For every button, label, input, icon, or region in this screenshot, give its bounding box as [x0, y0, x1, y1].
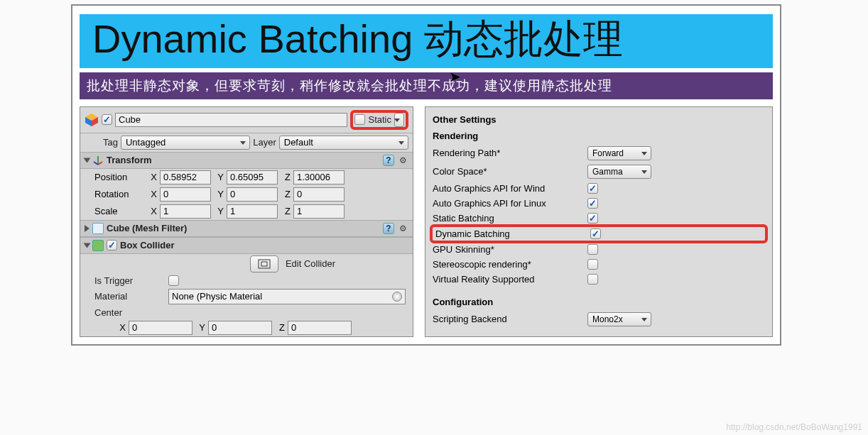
scale-z-input[interactable] [293, 204, 345, 219]
svg-rect-7 [261, 262, 267, 266]
transform-title: Transform [107, 155, 152, 165]
stereoscopic-label: Stereoscopic rendering* [433, 259, 582, 270]
title-banner: Dynamic Batching 动态批处理 [80, 14, 773, 68]
watermark-text: http://blog.csdn.net/BoBoWang1991 [726, 422, 862, 432]
vr-supported-checkbox[interactable] [587, 274, 598, 285]
transform-axis-icon [92, 155, 104, 166]
auto-graphics-windows-label: Auto Graphics API for Wind [433, 183, 582, 194]
position-label: Position [94, 172, 144, 182]
auto-graphics-linux-label: Auto Graphics API for Linux [433, 198, 582, 209]
auto-graphics-windows-checkbox[interactable] [587, 183, 598, 194]
configuration-heading: Configuration [433, 294, 765, 310]
rotation-y-input[interactable] [227, 187, 278, 202]
scale-y-input[interactable] [227, 204, 278, 219]
center-x-input[interactable] [129, 321, 192, 335]
dynamic-batching-highlight: Dynamic Batching [430, 224, 768, 243]
rendering-heading: Rendering [433, 128, 765, 144]
svg-rect-6 [259, 260, 270, 268]
rotation-label: Rotation [94, 189, 144, 199]
transform-foldout[interactable] [84, 158, 91, 163]
rendering-path-label: Rendering Path* [433, 148, 582, 158]
static-checkbox[interactable] [354, 114, 365, 125]
vr-supported-label: Virtual Reality Supported [433, 274, 582, 285]
center-y-input[interactable] [208, 321, 272, 335]
player-settings-panel: Other Settings Rendering Rendering Path*… [425, 106, 773, 337]
box-collider-icon [92, 240, 104, 251]
position-x-input[interactable] [160, 170, 211, 185]
is-trigger-label: Is Trigger [94, 275, 166, 286]
gpu-skinning-checkbox[interactable] [587, 244, 598, 255]
scale-x-input[interactable] [160, 204, 211, 219]
tag-dropdown[interactable]: Untagged [121, 136, 250, 150]
color-space-label: Color Space* [433, 166, 582, 177]
layer-label: Layer [253, 137, 276, 148]
auto-graphics-linux-checkbox[interactable] [587, 198, 598, 209]
edit-collider-label: Edit Collider [286, 258, 335, 269]
position-y-input[interactable] [227, 170, 278, 185]
dynamic-batching-checkbox[interactable] [590, 228, 601, 239]
mesh-filter-foldout[interactable] [85, 225, 89, 232]
position-z-input[interactable] [293, 170, 345, 185]
gear-icon[interactable]: ⚙ [397, 155, 408, 166]
static-dropdown[interactable] [394, 113, 404, 127]
scripting-backend-dropdown[interactable]: Mono2x [587, 312, 651, 326]
help-icon[interactable]: ? [383, 223, 394, 234]
center-label: Center [94, 307, 144, 318]
rotation-x-input[interactable] [160, 187, 211, 202]
mesh-filter-icon [92, 223, 104, 234]
other-settings-heading: Other Settings [433, 111, 765, 128]
physic-material-field[interactable]: None (Physic Material [168, 289, 406, 304]
is-trigger-checkbox[interactable] [168, 275, 179, 286]
material-label: Material [94, 291, 166, 302]
dynamic-batching-label: Dynamic Batching [435, 228, 585, 239]
box-collider-enabled-checkbox[interactable] [107, 240, 117, 250]
static-highlight: Static [350, 110, 408, 130]
box-collider-foldout[interactable] [84, 243, 91, 248]
rendering-path-dropdown[interactable]: Forward [587, 146, 651, 160]
box-collider-title: Box Collider [120, 240, 175, 250]
static-batching-checkbox[interactable] [587, 213, 598, 224]
gpu-skinning-label: GPU Skinning* [433, 244, 582, 255]
gameobject-active-checkbox[interactable] [102, 114, 112, 125]
gear-icon[interactable]: ⚙ [397, 223, 408, 234]
inspector-panel: Static Tag Untagged Layer Default Transf… [80, 106, 413, 337]
mesh-filter-title: Cube (Mesh Filter) [107, 223, 187, 233]
rotation-z-input[interactable] [293, 187, 345, 202]
layer-dropdown[interactable]: Default [279, 136, 408, 150]
tag-label: Tag [103, 137, 118, 148]
color-space-dropdown[interactable]: Gamma [587, 165, 651, 179]
static-label: Static [368, 114, 391, 125]
gameobject-cube-icon [85, 113, 99, 127]
static-batching-label: Static Batching [433, 213, 582, 224]
object-picker-icon[interactable] [392, 292, 402, 302]
edit-collider-icon [258, 259, 271, 269]
stereoscopic-checkbox[interactable] [587, 259, 598, 270]
help-icon[interactable]: ? [383, 155, 394, 166]
gameobject-name-input[interactable] [115, 113, 347, 127]
subtitle-banner: 批处理非静态对象，但要求苛刻，稍作修改就会批处理不成功，建议使用静态批处理 [80, 72, 773, 99]
center-z-input[interactable] [288, 321, 352, 335]
scale-label: Scale [94, 206, 144, 216]
edit-collider-button[interactable] [250, 255, 278, 272]
scripting-backend-label: Scripting Backend [433, 314, 582, 324]
